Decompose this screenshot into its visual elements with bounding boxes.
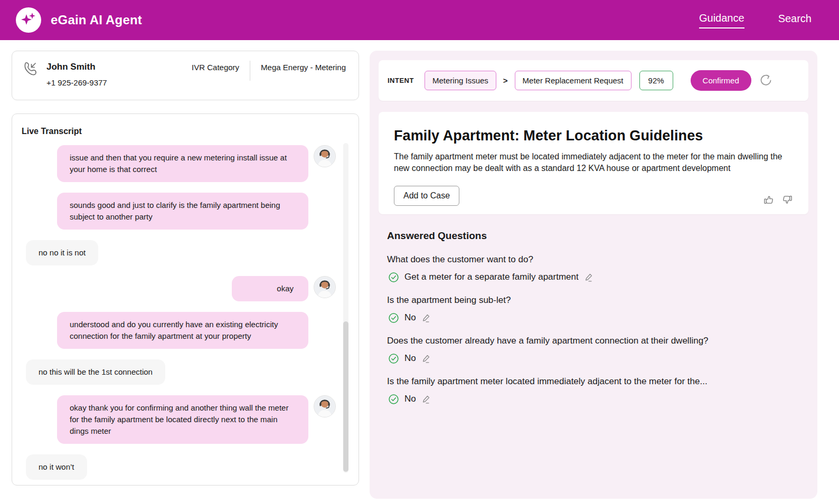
message-row-agent: understood and do you currently have an … [26,312,336,349]
article-actions: Add to Case [394,186,793,206]
message-row-agent: okay thank you for confirming and anothe… [26,395,336,444]
check-circle-icon [389,272,399,282]
caller-info-card: John Smith +1 925-269-9377 IVR Category … [12,51,359,100]
add-to-case-button[interactable]: Add to Case [394,186,459,206]
thumbs-down-button[interactable] [783,195,793,205]
egain-logo [16,7,41,33]
agent-message-bubble: understood and do you currently have an … [57,312,308,349]
qa-question: Is the family apartment meter located im… [387,376,800,387]
customer-message-bubble: no this will be the 1st connection [26,359,165,385]
pencil-edit-icon [422,354,431,363]
transcript-title: Live Transcript [12,127,359,136]
customer-message-bubble: no it won’t [26,454,87,480]
sparkle-icon [21,12,36,28]
agent-headset-avatar-icon [314,145,335,167]
agent-message-bubble: sounds good and just to clarify is the f… [57,193,308,230]
edit-answer-button[interactable] [585,273,593,282]
qa-answer: No [404,353,416,364]
agent-headset-avatar-icon [314,276,335,298]
incoming-call-icon [24,62,38,76]
refresh-icon [760,74,772,87]
edit-answer-button[interactable] [422,354,431,363]
check-circle-icon [389,313,399,323]
message-row-customer: no no it is not [26,240,336,265]
article-feedback [763,195,793,206]
agent-message-bubble: okay thank you for confirming and anothe… [57,395,308,444]
nav-tab-search[interactable]: Search [778,13,812,28]
qa-item: Is the apartment being sub-let? No [387,295,800,323]
ivr-category-label: IVR Category [192,63,239,72]
qa-item: Does the customer already have a family … [387,336,800,364]
ivr-category-value: Mega Energy - Metering [261,63,346,72]
qa-answer-row: No [387,394,800,404]
check-circle-icon [389,354,399,364]
qa-question: What does the customer want to do? [387,254,800,265]
pencil-edit-icon [422,395,431,404]
caller-phone-number: +1 925-269-9377 [46,78,107,87]
message-list: issue and then that you require a new me… [12,145,359,480]
answered-questions-title: Answered Questions [387,230,800,242]
article-body: The family apartment meter must be locat… [394,151,793,174]
confidence-badge: 92% [639,71,673,90]
message-row-customer: no this will be the 1st connection [26,359,336,385]
main-content: John Smith +1 925-269-9377 IVR Category … [0,40,839,499]
refresh-intent-button[interactable] [760,74,772,87]
intent-category-chip[interactable]: Metering Issues [425,71,496,90]
guidance-column: INTENT Metering Issues > Meter Replaceme… [370,51,817,499]
call-column: John Smith +1 925-269-9377 IVR Category … [12,51,359,499]
agent-avatar [314,395,336,417]
caller-identity: John Smith +1 925-269-9377 [24,62,107,87]
app-title: eGain AI Agent [51,13,142,27]
qa-answer: No [404,312,416,323]
intent-bar: INTENT Metering Issues > Meter Replaceme… [379,60,808,101]
edit-answer-button[interactable] [422,313,431,322]
article-title: Family Apartment: Meter Location Guideli… [394,128,793,144]
guidance-article-card: Family Apartment: Meter Location Guideli… [379,112,808,214]
qa-question: Does the customer already have a family … [387,336,800,346]
message-row-agent: sounds good and just to clarify is the f… [26,193,336,230]
caller-text-block: John Smith +1 925-269-9377 [46,62,107,87]
thumbs-up-button[interactable] [763,195,774,205]
caller-name: John Smith [46,62,107,72]
nav-tab-guidance[interactable]: Guidance [699,12,744,28]
qa-question: Is the apartment being sub-let? [387,295,800,306]
edit-answer-button[interactable] [422,395,431,404]
pencil-edit-icon [585,273,593,282]
app-header: eGain AI Agent Guidance Search [0,0,839,40]
agent-message-bubble: okay [232,276,308,301]
transcript-scrollbar-thumb[interactable] [343,321,348,472]
message-row-agent: issue and then that you require a new me… [26,145,336,182]
qa-answer-row: No [387,353,800,364]
vertical-divider [250,61,250,81]
thumbs-up-icon [763,195,774,205]
intent-separator: > [503,76,508,85]
agent-avatar [314,276,336,298]
qa-item: Is the family apartment meter located im… [387,376,800,404]
agent-avatar [314,145,336,167]
guidance-panel: INTENT Metering Issues > Meter Replaceme… [370,51,817,499]
qa-answer: No [404,394,416,404]
live-transcript-card: Live Transcript issue and then that you … [12,113,359,486]
intent-label: INTENT [388,77,414,84]
intent-subcategory-chip[interactable]: Meter Replacement Request [515,71,631,90]
message-row-agent: okay [26,276,336,301]
ivr-category-block: IVR Category Mega Energy - Metering [192,62,346,81]
answered-questions-section: Answered Questions What does the custome… [379,230,808,404]
confirmed-button[interactable]: Confirmed [691,70,751,91]
qa-answer: Get a meter for a separate family apartm… [404,272,579,282]
check-circle-icon [389,394,399,404]
customer-message-bubble: no no it is not [26,240,98,265]
pencil-edit-icon [422,313,431,322]
qa-answer-row: No [387,312,800,323]
qa-answer-row: Get a meter for a separate family apartm… [387,272,800,282]
message-row-customer: no it won’t [26,454,336,480]
agent-message-bubble: issue and then that you require a new me… [57,145,308,182]
thumbs-down-icon [783,195,793,205]
agent-headset-avatar-icon [314,395,335,417]
qa-item: What does the customer want to do? Get a… [387,254,800,282]
